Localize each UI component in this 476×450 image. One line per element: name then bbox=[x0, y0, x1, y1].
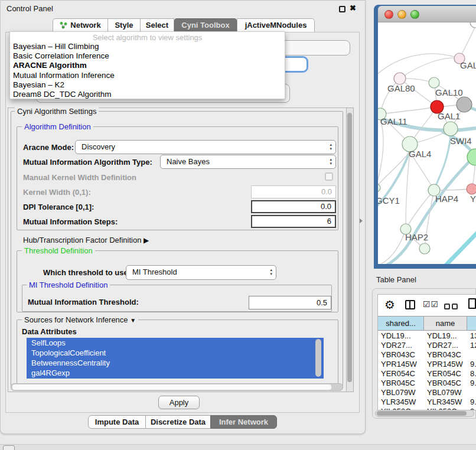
tab-jactivemnodules-label: jActiveMNodules bbox=[245, 21, 307, 30]
table-column-header[interactable]: shared... bbox=[378, 317, 424, 330]
mi-steps-field[interactable]: 6 bbox=[251, 215, 336, 228]
data-attribute-item[interactable]: SelfLoops bbox=[27, 338, 324, 348]
table-row[interactable]: YPR145WYPR145W9. bbox=[378, 360, 476, 369]
algorithm-option[interactable]: Bayesian – Hill Climbing bbox=[10, 42, 285, 51]
network-edge[interactable] bbox=[406, 152, 410, 229]
tab-network[interactable]: Network bbox=[53, 18, 108, 32]
algorithm-option[interactable]: ARACNE Algorithm bbox=[10, 61, 285, 70]
network-node[interactable] bbox=[419, 243, 430, 254]
table-row[interactable]: YDL19...YDL19...13 bbox=[378, 331, 476, 341]
table-column-header[interactable]: name bbox=[424, 317, 467, 330]
screen: Control Panel ✖ Network Style Select Cyn… bbox=[0, 0, 476, 450]
deselect-checkboxes-icon[interactable] bbox=[444, 301, 459, 312]
expanded-arrow-icon: ▼ bbox=[130, 317, 136, 324]
network-node-label: GAL10 bbox=[435, 87, 463, 97]
network-node[interactable] bbox=[467, 184, 476, 194]
dpi-tolerance-field[interactable]: 0.0 bbox=[251, 200, 336, 213]
page-icon[interactable] bbox=[468, 298, 476, 309]
table-cell: 9. bbox=[470, 360, 476, 369]
table-row[interactable]: YDR27...YDR27...12 bbox=[378, 341, 476, 350]
aracne-mode-select[interactable]: Discovery ▴▾ bbox=[75, 140, 336, 154]
tab-network-label: Network bbox=[70, 21, 100, 30]
network-window-titlebar[interactable] bbox=[378, 6, 476, 22]
data-attribute-item[interactable]: TopologicalCoefficient bbox=[27, 348, 324, 358]
table-cell: YER054C bbox=[427, 369, 461, 379]
network-edge[interactable] bbox=[378, 120, 383, 188]
tab-jactivemnodules[interactable]: jActiveMNodules bbox=[237, 18, 315, 32]
hub-definition-toggle[interactable]: Hub/Transcription Factor Definition ▶ bbox=[23, 236, 149, 244]
close-traffic-light[interactable] bbox=[384, 10, 393, 19]
split-divider-arrow-icon[interactable] bbox=[360, 219, 363, 223]
network-edge[interactable] bbox=[381, 229, 406, 264]
network-edge[interactable] bbox=[400, 58, 459, 79]
minimize-traffic-light[interactable] bbox=[397, 10, 406, 19]
network-edge[interactable] bbox=[378, 54, 459, 77]
table-row[interactable]: YBL079WYBL079W bbox=[378, 388, 476, 397]
network-node[interactable] bbox=[429, 77, 439, 88]
algorithm-option[interactable]: Bayesian – K2 bbox=[10, 80, 285, 90]
data-attribute-item[interactable]: BetweennessCentrality bbox=[27, 358, 324, 368]
tab-select[interactable]: Select bbox=[140, 18, 174, 32]
horizontal-scrollbar-thumb[interactable] bbox=[12, 384, 331, 390]
network-edge[interactable] bbox=[380, 107, 437, 114]
network-edge[interactable] bbox=[434, 136, 451, 190]
minimized-panel-icon[interactable] bbox=[3, 445, 15, 450]
table-row[interactable]: YER054CYER054C8. bbox=[378, 369, 476, 379]
algorithm-dropdown-popup: Select algorithm to view settings Bayesi… bbox=[9, 31, 285, 99]
table-row[interactable]: YBR045CYBR045C9. bbox=[378, 379, 476, 388]
tab-discretize-data[interactable]: Discretize Data bbox=[145, 415, 211, 429]
network-node[interactable] bbox=[394, 73, 406, 84]
close-icon[interactable]: ✖ bbox=[350, 4, 356, 12]
kernel-width-field[interactable]: 0.0 bbox=[251, 185, 336, 198]
algorithm-placeholder: Select algorithm to view settings bbox=[10, 33, 285, 42]
tab-impute-data[interactable]: Impute Data bbox=[88, 415, 146, 429]
algorithm-option[interactable]: Dream8 DC_TDC Algorithm bbox=[10, 90, 285, 99]
network-node-label: GAL bbox=[460, 60, 476, 70]
algorithm-option[interactable]: Basic Correlation Inference bbox=[10, 51, 285, 61]
table-hscrollbar-track[interactable] bbox=[375, 410, 474, 417]
float-window-icon[interactable] bbox=[339, 6, 345, 12]
manual-kernel-checkbox[interactable] bbox=[325, 172, 333, 181]
table-cell: YBR045C bbox=[381, 379, 415, 388]
network-node[interactable] bbox=[378, 184, 380, 192]
cyni-algorithm-settings-title: Cyni Algorithm Settings bbox=[15, 107, 99, 116]
control-panel-window: Control Panel ✖ Network Style Select Cyn… bbox=[0, 0, 366, 434]
tab-cyni-toolbox[interactable]: Cyni Toolbox bbox=[174, 18, 237, 32]
table-cell: 13 bbox=[470, 331, 476, 341]
gear-icon[interactable]: ⚙ bbox=[384, 298, 395, 312]
mi-type-select[interactable]: Naive Bayes ▴▾ bbox=[160, 155, 336, 169]
table-cell: YDL19... bbox=[427, 331, 457, 341]
tab-infer-network[interactable]: Infer Network bbox=[210, 415, 277, 429]
network-node[interactable] bbox=[470, 22, 476, 28]
sources-toggle[interactable]: Sources for Network Inference ▼ bbox=[22, 315, 138, 324]
vertical-scrollbar-thumb[interactable] bbox=[347, 113, 352, 382]
select-all-checkboxes-icon[interactable]: ☑☑ bbox=[423, 299, 439, 309]
table-column-header[interactable] bbox=[467, 317, 476, 330]
hub-definition-label: Hub/Transcription Factor Definition bbox=[23, 236, 141, 244]
network-canvas[interactable]: GALGAL80GAL10GAL1GAL11SWI4GAL4GCY1HAP4YH… bbox=[378, 22, 476, 264]
tab-style[interactable]: Style bbox=[107, 18, 141, 32]
table-row[interactable]: YLR345WYLR345W9. bbox=[378, 397, 476, 407]
network-node[interactable] bbox=[457, 97, 472, 112]
table-cell: YDR27... bbox=[427, 341, 458, 350]
data-attributes-label: Data Attributes bbox=[22, 327, 77, 336]
table-panel-title: Table Panel bbox=[376, 275, 416, 284]
sources-title: Sources for Network Inference bbox=[24, 315, 128, 324]
mi-threshold-field[interactable]: 0.5 bbox=[249, 296, 331, 309]
data-attribute-item[interactable]: gal4RGexp bbox=[27, 368, 324, 378]
columns-icon[interactable] bbox=[405, 300, 415, 309]
horizontal-scrollbar-track[interactable] bbox=[11, 383, 343, 391]
network-edge[interactable] bbox=[444, 230, 476, 264]
table-hscrollbar-thumb[interactable] bbox=[377, 411, 467, 416]
table-row[interactable]: YBR043CYBR043C bbox=[378, 350, 476, 360]
which-threshold-select[interactable]: MI Threshold ▴▾ bbox=[126, 265, 276, 280]
apply-button[interactable]: Apply bbox=[158, 396, 200, 409]
data-attributes-list[interactable]: SelfLoopsTopologicalCoefficientBetweenne… bbox=[27, 338, 324, 379]
network-node[interactable] bbox=[444, 122, 458, 136]
tab-select-label: Select bbox=[146, 21, 168, 30]
attributes-scrollbar-thumb[interactable] bbox=[315, 339, 321, 377]
network-node-label: GAL11 bbox=[380, 116, 407, 126]
table-panel-window: ⚙ ☑☑ shared...name YDL19...YDL19...13YDR… bbox=[372, 288, 476, 419]
zoom-traffic-light[interactable] bbox=[410, 10, 419, 19]
algorithm-option[interactable]: Mutual Information Inference bbox=[10, 71, 285, 80]
